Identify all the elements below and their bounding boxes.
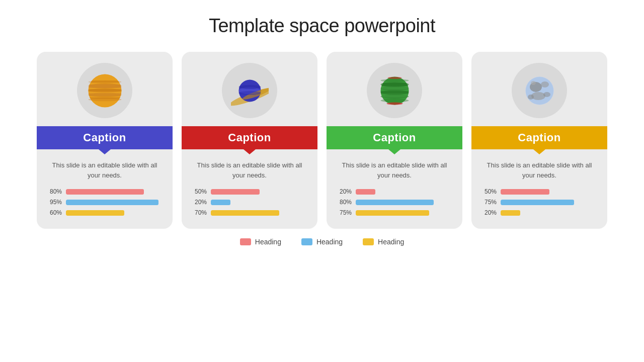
bar-track-1-1: [66, 189, 164, 195]
card-2: Caption This slide is an editable slide …: [182, 52, 317, 229]
bar-row-4-3: 20%: [480, 209, 598, 216]
bar-label-2-3: 70%: [191, 209, 207, 216]
bar-row-4-2: 75%: [480, 199, 598, 206]
svg-point-25: [386, 102, 403, 105]
card-4: Caption This slide is an editable slide …: [471, 52, 607, 229]
card-body-3: This slide is an editable slide with all…: [327, 149, 462, 220]
legend-swatch-yellow: [363, 238, 374, 245]
svg-rect-9: [88, 93, 122, 96]
bar-label-1-2: 95%: [46, 199, 62, 206]
svg-point-36: [528, 95, 534, 100]
bar-row-2-1: 50%: [191, 188, 308, 195]
bar-row-1-2: 95%: [46, 199, 164, 206]
legend-row: Heading Heading Heading: [20, 238, 624, 246]
caption-bar-2: Caption: [182, 126, 317, 149]
bar-track-1-2: [66, 200, 164, 205]
svg-rect-28: [380, 83, 409, 86]
planet-circle-3: [367, 63, 422, 118]
card-3: Caption This slide is an editable slide …: [327, 52, 462, 229]
bar-label-4-3: 20%: [480, 209, 497, 216]
page-title: Template space powerpoint: [209, 15, 435, 37]
bar-row-2-3: 70%: [191, 209, 308, 216]
planet-saturn-icon: [231, 72, 269, 110]
bar-label-4-1: 50%: [480, 188, 497, 195]
bar-track-3-1: [356, 189, 453, 195]
bar-row-3-3: 75%: [336, 209, 453, 216]
svg-rect-8: [88, 89, 122, 92]
caption-bar-3: Caption: [327, 126, 462, 149]
bar-label-1-1: 80%: [46, 188, 62, 195]
legend-item-3: Heading: [363, 238, 404, 246]
svg-point-15: [238, 85, 261, 89]
bar-row-3-1: 20%: [336, 188, 453, 195]
bar-label-3-2: 80%: [336, 199, 352, 206]
legend-label-3: Heading: [378, 238, 404, 246]
planet-earth-icon: [521, 72, 558, 110]
svg-rect-7: [88, 84, 122, 88]
planet-uranus-icon: [376, 72, 414, 110]
card-desc-4: This slide is an editable slide with all…: [480, 160, 598, 180]
bar-track-4-2: [501, 200, 598, 205]
bar-row-2-2: 20%: [191, 199, 308, 206]
svg-rect-30: [380, 91, 409, 94]
planet-jupiter-icon: [86, 72, 124, 110]
svg-point-34: [541, 81, 549, 87]
bar-row-3-2: 80%: [336, 199, 453, 206]
bar-label-3-3: 75%: [336, 209, 352, 216]
bar-label-4-2: 75%: [480, 199, 497, 206]
bar-row-1-3: 60%: [46, 209, 164, 216]
card-body-1: This slide is an editable slide with all…: [37, 149, 173, 220]
svg-point-26: [387, 77, 401, 79]
legend-item-1: Heading: [240, 238, 281, 246]
planet-circle-2: [222, 63, 277, 118]
legend-swatch-pink: [240, 238, 251, 245]
card-desc-3: This slide is an editable slide with all…: [336, 160, 453, 180]
svg-rect-31: [380, 95, 409, 98]
caption-text-4: Caption: [518, 131, 560, 144]
card-body-2: This slide is an editable slide with all…: [182, 149, 317, 220]
legend-item-2: Heading: [301, 238, 343, 246]
bar-track-3-2: [356, 200, 453, 205]
legend-label-2: Heading: [316, 238, 343, 246]
svg-point-24: [380, 79, 409, 82]
bar-track-2-3: [211, 210, 308, 216]
bar-track-3-3: [356, 210, 453, 216]
card-body-4: This slide is an editable slide with all…: [471, 149, 607, 220]
card-desc-2: This slide is an editable slide with all…: [191, 160, 308, 180]
bar-track-1-3: [66, 210, 164, 216]
bar-track-2-2: [211, 200, 308, 205]
caption-text-2: Caption: [228, 131, 271, 144]
bar-label-3-1: 20%: [336, 188, 352, 195]
bar-label-2-1: 50%: [191, 188, 207, 195]
svg-rect-11: [88, 80, 122, 82]
svg-point-38: [531, 81, 536, 85]
cards-container: Caption This slide is an editable slide …: [20, 52, 624, 229]
svg-point-23: [380, 99, 409, 102]
caption-bar-4: Caption: [471, 126, 607, 149]
svg-point-37: [543, 92, 550, 97]
bar-label-2-2: 20%: [191, 199, 207, 206]
svg-point-17: [238, 91, 261, 95]
planet-circle-1: [77, 63, 132, 118]
card-1: Caption This slide is an editable slide …: [37, 52, 173, 229]
legend-label-1: Heading: [255, 238, 281, 246]
svg-rect-10: [88, 97, 122, 99]
caption-text-1: Caption: [83, 131, 126, 144]
bar-label-1-3: 60%: [46, 209, 62, 216]
caption-text-3: Caption: [373, 131, 416, 144]
svg-rect-29: [380, 87, 409, 89]
planet-circle-4: [512, 63, 567, 118]
bar-row-1-1: 80%: [46, 188, 164, 195]
bar-track-4-3: [501, 210, 598, 216]
bar-row-4-1: 50%: [480, 188, 598, 195]
bar-track-2-1: [211, 189, 308, 195]
bar-track-4-1: [501, 189, 598, 195]
legend-swatch-blue: [301, 238, 312, 245]
caption-bar-1: Caption: [37, 126, 173, 149]
card-desc-1: This slide is an editable slide with all…: [46, 160, 164, 180]
